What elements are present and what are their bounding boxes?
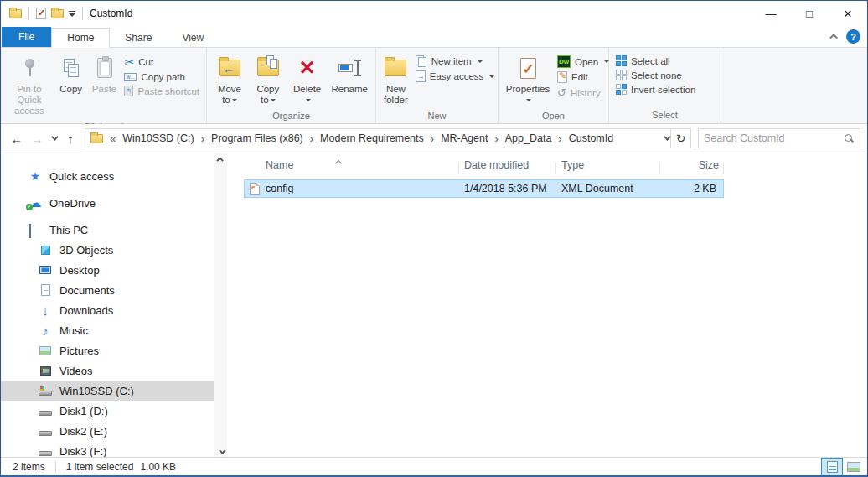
history-icon xyxy=(557,86,566,99)
ribbon-tab-bar: File Home Share View ? xyxy=(1,26,867,48)
scrollbar-track[interactable] xyxy=(214,163,227,448)
file-row-config[interactable]: config 1/4/2018 5:36 PM XML Document 2 K… xyxy=(244,179,724,198)
properties-button[interactable]: Properties xyxy=(503,50,553,109)
copy-button[interactable]: Copy xyxy=(55,50,87,98)
main-content: Quick access OneDrive This PC 3D Objects… xyxy=(1,153,867,457)
scroll-down-icon[interactable] xyxy=(217,448,225,455)
rename-button[interactable]: Rename xyxy=(328,50,371,98)
separator xyxy=(55,461,56,473)
column-header-type[interactable]: Type xyxy=(556,159,660,176)
sidebar-item-videos[interactable]: Videos xyxy=(1,360,214,381)
file-list: Name Date modified Type Size config 1/4/… xyxy=(227,153,867,457)
breadcrumb-separator-icon: › xyxy=(199,132,206,145)
breadcrumb-item[interactable]: CustomId xyxy=(566,131,617,146)
easy-access-button[interactable]: Easy access xyxy=(412,70,499,83)
history-button[interactable]: History xyxy=(554,86,612,100)
breadcrumb-separator-icon: › xyxy=(493,132,499,145)
breadcrumb-item[interactable]: Modern Requirements xyxy=(317,131,427,146)
file-size: 2 KB xyxy=(660,183,721,194)
back-icon[interactable]: ← xyxy=(8,129,26,148)
move-to-icon: ← xyxy=(219,54,240,82)
collapse-ribbon-icon[interactable] xyxy=(829,34,838,42)
ribbon-group-select: Select all Select none Invert selection … xyxy=(609,48,721,123)
sidebar-item-quick-access[interactable]: Quick access xyxy=(1,166,214,186)
separator xyxy=(82,7,83,20)
paste-button[interactable]: Paste xyxy=(89,50,121,98)
column-header-date-modified[interactable]: Date modified xyxy=(459,159,556,176)
breadcrumb-item[interactable]: MR-Agent xyxy=(437,131,491,146)
sidebar-item-disk1-d[interactable]: Disk1 (D:) xyxy=(1,401,214,421)
paste-shortcut-button[interactable]: Paste shortcut xyxy=(121,85,203,97)
sidebar-item-win10ssd-c[interactable]: Win10SSD (C:) xyxy=(1,381,214,401)
new-folder-button[interactable]: New folder xyxy=(380,50,411,109)
properties-quick-icon[interactable] xyxy=(36,8,46,19)
sidebar-item-onedrive[interactable]: OneDrive xyxy=(1,193,214,213)
breadcrumb-item[interactable]: Program Files (x86) xyxy=(208,131,307,146)
rename-icon xyxy=(338,54,360,82)
location-folder-icon xyxy=(90,134,103,143)
new-item-button[interactable]: New item xyxy=(412,54,499,68)
separator xyxy=(28,7,29,20)
address-dropdown-icon[interactable] xyxy=(664,133,670,140)
minimize-button[interactable]: — xyxy=(752,1,790,26)
invert-selection-button[interactable]: Invert selection xyxy=(612,83,699,96)
explorer-app-icon xyxy=(9,9,22,18)
cut-button[interactable]: Cut xyxy=(121,54,203,70)
breadcrumb-separator-icon: › xyxy=(308,132,315,145)
column-header-size[interactable]: Size xyxy=(660,159,724,176)
sidebar-item-3d-objects[interactable]: 3D Objects xyxy=(1,240,214,260)
details-view-button[interactable] xyxy=(821,458,843,476)
search-input[interactable] xyxy=(704,132,844,144)
breadcrumb-item[interactable]: Win10SSD (C:) xyxy=(119,131,197,146)
new-folder-quick-icon[interactable] xyxy=(51,9,64,18)
select-all-button[interactable]: Select all xyxy=(612,54,699,67)
refresh-icon[interactable]: ↻ xyxy=(671,128,691,148)
delete-button[interactable]: Delete xyxy=(288,50,327,109)
sidebar-item-documents[interactable]: Documents xyxy=(1,280,214,300)
ribbon-group-open: Properties DwOpen Edit History Open xyxy=(499,48,609,123)
move-to-button[interactable]: ← Move to xyxy=(211,50,248,109)
tab-home[interactable]: Home xyxy=(51,28,110,48)
file-date-modified: 1/4/2018 5:36 PM xyxy=(459,183,556,194)
search-box[interactable] xyxy=(698,128,860,148)
edit-button[interactable]: Edit xyxy=(554,70,612,84)
scissors-icon xyxy=(124,55,134,69)
thumbnails-view-button[interactable] xyxy=(843,458,865,476)
tab-file[interactable]: File xyxy=(2,27,51,47)
copy-to-button[interactable]: Copy to xyxy=(250,50,287,109)
details-view-icon xyxy=(827,461,838,473)
ribbon: Pin to Quick access Copy Paste Cut w...C… xyxy=(1,48,867,124)
dropdown-caret-icon xyxy=(232,99,237,101)
pin-to-quick-access-button[interactable]: Pin to Quick access xyxy=(5,50,54,120)
sidebar-item-pictures[interactable]: Pictures xyxy=(1,340,214,360)
open-button[interactable]: DwOpen xyxy=(554,54,612,69)
sidebar-item-downloads[interactable]: Downloads xyxy=(1,300,214,320)
tab-view[interactable]: View xyxy=(167,29,219,47)
customize-qat-dropdown-icon[interactable] xyxy=(69,11,75,17)
sidebar-item-disk3-f[interactable]: Disk3 (F:) xyxy=(1,441,214,457)
sidebar-item-this-pc[interactable]: This PC xyxy=(1,220,214,240)
sidebar-item-desktop[interactable]: Desktop xyxy=(1,260,214,280)
forward-icon[interactable]: → xyxy=(28,129,46,148)
maximize-button[interactable]: □ xyxy=(790,1,829,26)
sidebar-scrollbar[interactable] xyxy=(214,153,227,457)
select-none-button[interactable]: Select none xyxy=(612,69,699,81)
up-icon[interactable]: ↑ xyxy=(61,129,80,148)
paste-shortcut-icon xyxy=(124,86,133,96)
scroll-up-icon[interactable] xyxy=(217,155,225,163)
help-button[interactable]: ? xyxy=(846,29,860,44)
column-header-name[interactable]: Name xyxy=(244,159,459,176)
items-count: 2 items xyxy=(13,461,45,473)
close-button[interactable]: ✕ xyxy=(829,1,867,26)
drive-icon xyxy=(39,426,52,436)
search-icon[interactable] xyxy=(844,133,855,144)
quick-access-toolbar xyxy=(1,7,85,20)
copy-path-button[interactable]: w...Copy path xyxy=(121,71,203,83)
recent-locations-dropdown-icon[interactable] xyxy=(48,129,59,148)
tab-share[interactable]: Share xyxy=(110,29,167,47)
breadcrumb-item[interactable]: App_Data xyxy=(502,131,555,146)
sidebar-item-disk2-e[interactable]: Disk2 (E:) xyxy=(1,421,214,441)
breadcrumb-overflow-chevron[interactable]: « xyxy=(108,132,117,145)
address-bar[interactable]: « Win10SSD (C:)› Program Files (x86)› Mo… xyxy=(85,128,671,148)
sidebar-item-music[interactable]: Music xyxy=(1,320,214,340)
